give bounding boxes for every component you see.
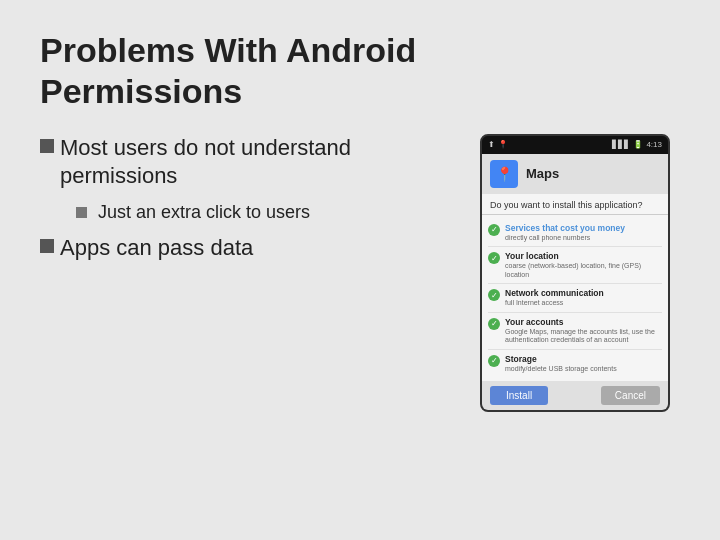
perm-desc-0: directly call phone numbers: [505, 234, 662, 242]
cancel-button[interactable]: Cancel: [601, 386, 660, 405]
perm-item-2: ✓ Network communication full Internet ac…: [488, 284, 662, 313]
perm-desc-1: coarse (network-based) location, fine (G…: [505, 262, 662, 279]
perm-title-0: Services that cost you money: [505, 223, 662, 233]
bullet-main-1: Most users do not understand permissions: [40, 134, 460, 191]
check-icon-4: ✓: [488, 355, 500, 367]
check-icon-3: ✓: [488, 318, 500, 330]
perm-desc-4: modify/delete USB storage contents: [505, 365, 662, 373]
bullet-main-2: Apps can pass data: [40, 234, 460, 263]
perm-text-1: Your location coarse (network-based) loc…: [505, 251, 662, 279]
maps-app-icon: 📍: [490, 160, 518, 188]
maps-header: 📍 Maps: [482, 154, 668, 194]
check-icon-2: ✓: [488, 289, 500, 301]
install-button[interactable]: Install: [490, 386, 548, 405]
perm-title-1: Your location: [505, 251, 662, 261]
perm-text-4: Storage modify/delete USB storage conten…: [505, 354, 662, 374]
perm-text-0: Services that cost you money directly ca…: [505, 223, 662, 243]
slide-title: Problems With Android Permissions: [40, 30, 680, 112]
slide: Problems With Android Permissions Most u…: [0, 0, 720, 540]
bullet-square-sub-1: [76, 207, 87, 218]
action-buttons: Install Cancel: [482, 381, 668, 410]
perm-item-3: ✓ Your accounts Google Maps, manage the …: [488, 313, 662, 350]
phone-mockup: ⬆ 📍 ▋▋▋ 🔋 4:13 📍 Maps Do: [480, 134, 680, 510]
bullet-square-1: [40, 139, 54, 153]
bullet-sub-1: Just an extra click to users: [76, 201, 460, 224]
perm-item-4: ✓ Storage modify/delete USB storage cont…: [488, 350, 662, 378]
content-area: Most users do not understand permissions…: [40, 134, 680, 510]
bullet-square-2: [40, 239, 54, 253]
perm-item-0: ✓ Services that cost you money directly …: [488, 219, 662, 248]
check-icon-0: ✓: [488, 224, 500, 236]
install-prompt-text: Do you want to install this application?: [482, 194, 668, 215]
android-screen: ⬆ 📍 ▋▋▋ 🔋 4:13 📍 Maps Do: [480, 134, 670, 413]
perm-desc-2: full Internet access: [505, 299, 662, 307]
status-icons-left: ⬆ 📍: [488, 140, 508, 149]
check-icon-1: ✓: [488, 252, 500, 264]
perm-title-4: Storage: [505, 354, 662, 364]
perm-desc-3: Google Maps, manage the accounts list, u…: [505, 328, 662, 345]
status-bar: ⬆ 📍 ▋▋▋ 🔋 4:13: [482, 136, 668, 154]
perm-text-3: Your accounts Google Maps, manage the ac…: [505, 317, 662, 345]
perm-title-3: Your accounts: [505, 317, 662, 327]
perm-text-2: Network communication full Internet acce…: [505, 288, 662, 308]
maps-title: Maps: [526, 166, 559, 181]
text-content: Most users do not understand permissions…: [40, 134, 460, 510]
status-icons-right: ▋▋▋ 🔋 4:13: [612, 140, 662, 149]
perm-item-1: ✓ Your location coarse (network-based) l…: [488, 247, 662, 284]
perm-title-2: Network communication: [505, 288, 662, 298]
permissions-list: ✓ Services that cost you money directly …: [482, 215, 668, 382]
